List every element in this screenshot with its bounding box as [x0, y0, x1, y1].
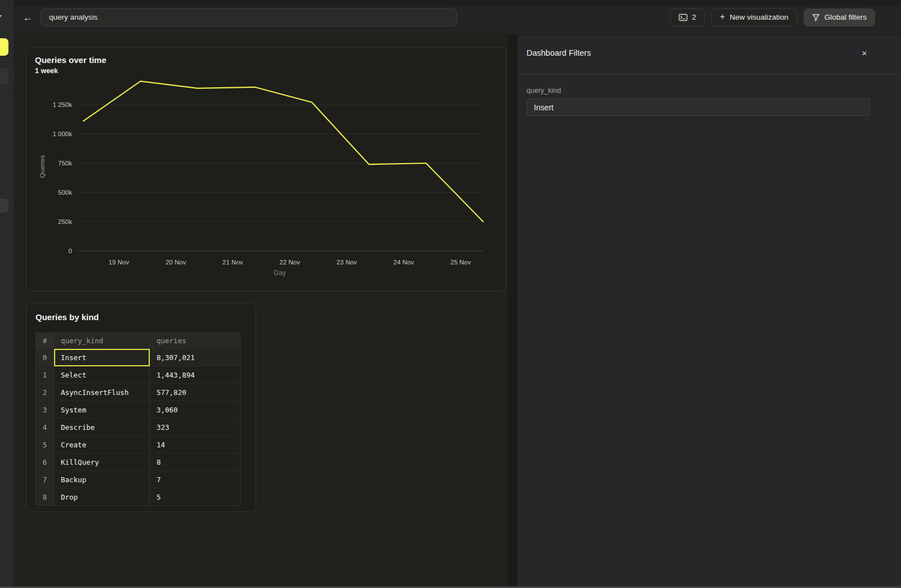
queries-count-cell[interactable]: 8 — [150, 454, 240, 471]
query-kind-cell[interactable]: Drop — [54, 488, 150, 506]
svg-text:21 Nov: 21 Nov — [222, 259, 243, 266]
svg-text:Day: Day — [274, 269, 286, 277]
filter-field-label: query_kind — [527, 87, 901, 95]
sidebar-item[interactable] — [0, 199, 8, 213]
query-kind-cell[interactable]: Backup — [54, 471, 150, 488]
back-button[interactable]: ← — [20, 10, 35, 25]
chart-card: Queries over time 1 week 0250k500k750k1 … — [26, 47, 506, 291]
funnel-icon — [812, 14, 820, 21]
console-count-button[interactable]: 2 — [670, 8, 705, 26]
row-index-cell[interactable]: 6 — [36, 454, 54, 471]
dashboard-filters-panel: Dashboard Filters ✕ query_kind — [518, 35, 901, 588]
table-row[interactable]: 2AsyncInsertFlush577,820 — [36, 384, 240, 401]
table-row[interactable]: 1Select1,443,894 — [36, 366, 240, 384]
queries-count-cell[interactable]: 8,307,021 — [150, 349, 240, 366]
sidebar-divider — [0, 62, 15, 62]
row-index-cell[interactable]: 8 — [36, 488, 54, 506]
content-gutter — [507, 35, 518, 588]
svg-text:500k: 500k — [58, 189, 72, 196]
svg-text:22 Nov: 22 Nov — [279, 259, 300, 266]
row-index-cell[interactable]: 5 — [36, 436, 54, 454]
queries-count-cell[interactable]: 323 — [150, 419, 240, 436]
row-index-cell[interactable]: 2 — [36, 384, 54, 401]
table-row[interactable]: 7Backup7 — [36, 471, 240, 488]
query-kind-cell[interactable]: System — [54, 401, 150, 419]
plus-icon: + — [720, 12, 725, 22]
terminal-icon — [679, 14, 688, 21]
svg-text:24 Nov: 24 Nov — [394, 259, 414, 266]
queries-table: # query_kind queries 0Insert8,307,0211Se… — [35, 333, 240, 506]
svg-text:1 000k: 1 000k — [52, 131, 72, 137]
sidebar-item[interactable] — [0, 68, 8, 84]
table-row[interactable]: 3System3,060 — [36, 401, 240, 419]
table-row[interactable]: 6KillQuery8 — [36, 454, 240, 471]
svg-text:23 Nov: 23 Nov — [336, 259, 357, 266]
svg-text:750k: 750k — [58, 160, 72, 167]
query-kind-cell[interactable]: AsyncInsertFlush — [54, 384, 150, 401]
table-header-row: # query_kind queries — [36, 333, 240, 349]
queries-over-time-chart: 0250k500k750k1 000k1 250k19 Nov20 Nov21 … — [26, 48, 506, 291]
svg-text:250k: 250k — [58, 218, 72, 225]
row-index-cell[interactable]: 7 — [36, 471, 54, 488]
row-index-cell[interactable]: 0 — [36, 349, 54, 366]
query-kind-cell[interactable]: Select — [54, 366, 150, 384]
queries-count-cell[interactable]: 7 — [150, 471, 240, 488]
topbar-actions: 2 + New visualization Global filters — [670, 8, 875, 26]
panel-header: Dashboard Filters ✕ — [518, 35, 901, 74]
query-kind-cell[interactable]: Create — [54, 436, 150, 454]
query-kind-cell[interactable]: KillQuery — [54, 454, 150, 471]
svg-text:0: 0 — [69, 248, 72, 254]
sidebar: ⟳ — [0, 0, 15, 588]
dashboard-title-input[interactable] — [41, 8, 457, 26]
chart-line — [83, 81, 483, 222]
new-visualization-label: New visualization — [730, 13, 788, 21]
panel-title: Dashboard Filters — [527, 48, 591, 57]
row-index-cell[interactable]: 4 — [36, 419, 54, 436]
svg-text:20 Nov: 20 Nov — [166, 259, 186, 266]
query-kind-filter-input[interactable] — [527, 98, 870, 116]
svg-text:Queries: Queries — [39, 155, 46, 178]
table-row[interactable]: 5Create14 — [36, 436, 240, 454]
refresh-icon[interactable]: ⟳ — [0, 11, 2, 21]
panel-body: query_kind — [518, 74, 901, 116]
queries-count-cell[interactable]: 3,060 — [150, 401, 240, 419]
table-row[interactable]: 0Insert8,307,021 — [36, 349, 240, 366]
column-header-query-kind[interactable]: query_kind — [54, 333, 150, 349]
table-card: Queries by kind # query_kind queries 0In… — [26, 303, 256, 512]
column-header-queries[interactable]: queries — [150, 333, 240, 349]
queries-count-cell[interactable]: 1,443,894 — [150, 366, 240, 384]
table-row[interactable]: 4Describe323 — [36, 419, 240, 436]
row-index-cell[interactable]: 3 — [36, 401, 54, 419]
table-row[interactable]: 8Drop5 — [36, 488, 240, 506]
queries-count-cell[interactable]: 14 — [150, 436, 240, 454]
table-title: Queries by kind — [35, 312, 99, 322]
sidebar-item-selected[interactable] — [0, 38, 8, 56]
column-header-index[interactable]: # — [36, 333, 54, 349]
sidebar-divider — [0, 91, 15, 92]
top-bar: ← 2 + New visualization Global filters — [15, 0, 901, 35]
svg-text:19 Nov: 19 Nov — [109, 259, 130, 266]
queries-count-cell[interactable]: 577,820 — [150, 384, 240, 401]
close-icon[interactable]: ✕ — [859, 47, 869, 60]
new-visualization-button[interactable]: + New visualization — [711, 8, 797, 26]
row-index-cell[interactable]: 1 — [36, 366, 54, 384]
query-kind-cell[interactable]: Describe — [54, 419, 150, 436]
query-kind-cell[interactable]: Insert — [54, 349, 150, 366]
svg-text:25 Nov: 25 Nov — [450, 259, 471, 266]
global-filters-label: Global filters — [824, 13, 867, 21]
global-filters-button[interactable]: Global filters — [804, 8, 875, 26]
console-count: 2 — [692, 13, 697, 21]
svg-text:1 250k: 1 250k — [52, 101, 72, 108]
queries-count-cell[interactable]: 5 — [150, 488, 240, 506]
